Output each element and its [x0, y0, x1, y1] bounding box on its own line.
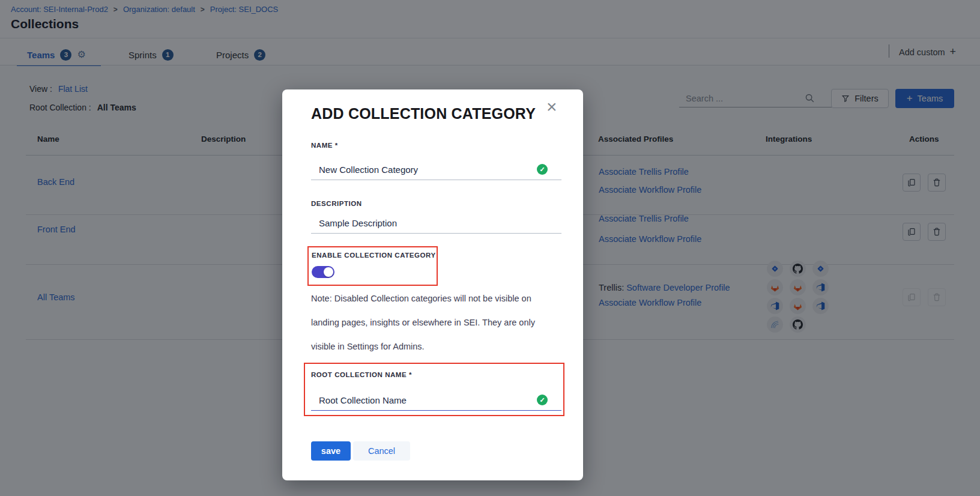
save-button[interactable]: save	[311, 441, 351, 461]
add-collection-category-modal: ADD COLLECTION CATEGORY × NAME * ✓ DESCR…	[282, 89, 583, 480]
toggle-knob	[324, 267, 333, 277]
description-input[interactable]	[311, 213, 561, 234]
valid-check-icon: ✓	[537, 395, 548, 405]
name-field-label: NAME *	[311, 142, 338, 149]
root-collection-name-label: ROOT COLLECTION NAME *	[311, 371, 412, 378]
note-line: Note: Disabled Collection categories wil…	[311, 286, 560, 310]
valid-check-icon: ✓	[537, 164, 548, 175]
description-field-label: DESCRIPTION	[311, 200, 362, 207]
name-input[interactable]	[311, 159, 561, 180]
modal-title: ADD COLLECTION CATEGORY	[311, 105, 536, 122]
close-icon[interactable]: ×	[546, 98, 557, 116]
root-collection-name-input[interactable]	[311, 390, 561, 411]
note-line: landing pages, insights or elsewhere in …	[311, 310, 560, 334]
disabled-note-text: Note: Disabled Collection categories wil…	[311, 286, 560, 358]
app-root: Account: SEI-Internal-Prod2 > Organizati…	[0, 0, 980, 496]
enable-category-label: ENABLE COLLECTION CATEGORY	[312, 252, 436, 259]
note-line: visible in Settings for Admins.	[311, 334, 560, 358]
enable-collection-toggle[interactable]	[312, 266, 334, 278]
cancel-button[interactable]: Cancel	[353, 441, 410, 461]
